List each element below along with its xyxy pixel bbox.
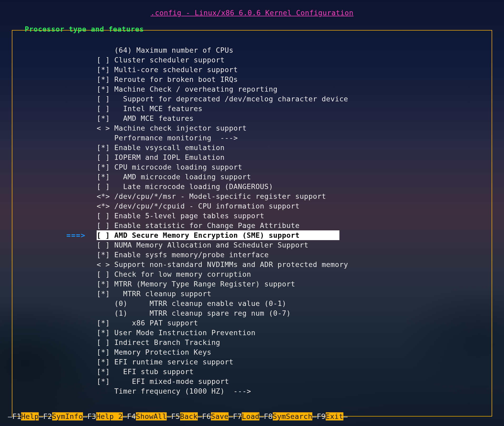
option-text: [*] AMD MCE features [97,113,194,123]
fkey-separator: – [312,412,317,420]
option-row[interactable]: [*] AMD MCE features [97,113,481,123]
fkey-separator: – [8,412,12,420]
fkey-label[interactable]: Load [242,412,259,420]
option-text: [ ] AMD Secure Memory Encryption (SME) s… [97,230,339,240]
option-row[interactable]: [*] CPU microcode loading support [97,162,481,172]
option-row[interactable]: [*] x86 PAT support [97,318,481,328]
option-text: < > Machine check injector support [97,123,247,133]
menu-frame: Processor type and features (64) Maximum… [12,30,492,417]
option-row[interactable]: (1) MTRR cleanup spare reg num (0-7) [97,308,481,318]
option-row[interactable]: [*] Machine Check / overheating reportin… [97,84,481,94]
option-text: Performance monitoring ---> [97,133,238,143]
fkey-separator: – [198,412,202,420]
option-row[interactable]: ===>[ ] AMD Secure Memory Encryption (SM… [97,230,481,240]
option-row[interactable]: [ ] Check for low memory corruption [97,269,481,279]
selection-arrow-icon: ===> [66,230,86,240]
option-text: Timer frequency (1000 HZ) ---> [97,386,251,396]
fkey-key[interactable]: F2 [43,412,52,420]
option-text: [*] Machine Check / overheating reportin… [97,84,278,94]
option-text: [ ] Enable 5-level page tables support [97,211,264,221]
option-text: [*] AMD microcode loading support [97,172,251,182]
fkey-key[interactable]: F3 [87,412,96,420]
option-row[interactable]: [ ] Late microcode loading (DANGEROUS) [97,182,481,191]
option-text: [ ] Indirect Branch Tracking [97,338,220,347]
option-row[interactable]: [ ] NUMA Memory Allocation and Scheduler… [97,240,481,250]
option-row[interactable]: [ ] IOPERM and IOPL Emulation [97,152,481,162]
fkey-label[interactable]: ShowAll [136,412,167,420]
option-list[interactable]: (64) Maximum number of CPUs[ ] Cluster s… [97,45,481,396]
option-text: [ ] NUMA Memory Allocation and Scheduler… [97,240,308,250]
option-row[interactable]: [*] MTRR cleanup support [97,289,481,299]
fkey-key[interactable]: F1 [12,412,21,420]
option-row[interactable]: <*> /dev/cpu/*/msr - Model-specific regi… [97,191,481,201]
option-row[interactable]: < > Machine check injector support [97,123,481,133]
option-text: [ ] Enable statistic for Change Page Att… [97,221,300,230]
option-text: [ ] Check for low memory corruption [97,269,251,279]
option-row[interactable]: [*] Enable sysfs memory/probe interface [97,250,481,260]
option-text: [*] EFI runtime service support [97,357,233,367]
option-row[interactable]: Timer frequency (1000 HZ) ---> [97,386,481,396]
fkey-key[interactable]: F8 [264,412,273,420]
fkey-label[interactable]: SymInfo [52,412,83,420]
option-text: [*] Reroute for broken boot IRQs [97,75,238,84]
option-text: [*] MTRR cleanup support [97,289,211,299]
option-row[interactable]: [*] EFI runtime service support [97,357,481,367]
option-text: [ ] Support for deprecated /dev/mcelog c… [97,94,348,104]
option-row[interactable]: [ ] Enable 5-level page tables support [97,211,481,221]
option-text: [ ] Cluster scheduler support [97,55,225,65]
option-text: <*> /dev/cpu/*/cpuid - CPU information s… [97,201,300,211]
option-text: [*] Memory Protection Keys [97,347,211,357]
option-row[interactable]: [ ] Intel MCE features [97,104,481,113]
fkey-label[interactable]: Back [180,412,198,420]
option-text: <*> /dev/cpu/*/msr - Model-specific regi… [97,191,326,201]
option-row[interactable]: [*] EFI stub support [97,367,481,377]
option-row[interactable]: [*] AMD microcode loading support [97,172,481,182]
option-text: [ ] Intel MCE features [97,104,202,113]
fkey-key[interactable]: F7 [233,412,242,420]
option-text: [ ] Late microcode loading (DANGEROUS) [97,182,273,191]
fkey-separator: – [167,412,171,420]
fkey-label[interactable]: Exit [326,412,343,420]
fkey-label[interactable]: Save [211,412,229,420]
option-row[interactable]: [*] MTRR (Memory Type Range Register) su… [97,279,481,289]
option-row[interactable]: [*] User Mode Instruction Prevention [97,328,481,338]
option-row[interactable]: [ ] Cluster scheduler support [97,55,481,65]
option-row[interactable]: [ ] Support for deprecated /dev/mcelog c… [97,94,481,104]
function-key-bar: –F1Help–F2SymInfo–F3Help 2–F4ShowAll–F5B… [8,412,348,421]
option-row[interactable]: [*] Enable vsyscall emulation [97,143,481,152]
option-text: [*] EFI stub support [97,367,194,377]
fkey-label[interactable]: Help 2 [96,412,123,420]
fkey-separator: – [259,412,264,420]
option-text: [*] Enable sysfs memory/probe interface [97,250,269,260]
option-row[interactable]: [ ] Indirect Branch Tracking [97,338,481,347]
fkey-separator: – [229,412,233,420]
option-text: < > Support non-standard NVDIMMs and ADR… [97,260,348,269]
section-heading: Processor type and features [17,24,151,34]
option-text: [ ] IOPERM and IOPL Emulation [97,152,225,162]
option-text: [*] EFI mixed-mode support [97,377,229,386]
option-row[interactable]: [*] Multi-core scheduler support [97,65,481,75]
fkey-separator: – [123,412,127,420]
option-row[interactable]: (64) Maximum number of CPUs [97,45,481,55]
option-row[interactable]: [*] EFI mixed-mode support [97,377,481,386]
option-row[interactable]: (0) MTRR cleanup enable value (0-1) [97,299,481,308]
fkey-key[interactable]: F4 [127,412,136,420]
fkey-separator: – [343,412,348,420]
option-row[interactable]: [*] Reroute for broken boot IRQs [97,75,481,84]
option-text: [*] Multi-core scheduler support [97,65,238,75]
option-text: [*] x86 PAT support [97,318,198,328]
fkey-key[interactable]: F5 [171,412,180,420]
option-row[interactable]: Performance monitoring ---> [97,133,481,143]
option-row[interactable]: [ ] Enable statistic for Change Page Att… [97,221,481,230]
config-title: .config - Linux/x86 6.0.6 Kernel Configu… [0,8,504,18]
option-row[interactable]: [*] Memory Protection Keys [97,347,481,357]
fkey-key[interactable]: F6 [202,412,211,420]
option-text: (1) MTRR cleanup spare reg num (0-7) [97,308,291,318]
option-text: [*] User Mode Instruction Prevention [97,328,255,338]
option-row[interactable]: <*> /dev/cpu/*/cpuid - CPU information s… [97,201,481,211]
fkey-key[interactable]: F9 [317,412,326,420]
fkey-label[interactable]: SymSearch [273,412,313,420]
fkey-separator: – [39,412,43,420]
fkey-label[interactable]: Help [21,412,39,420]
option-row[interactable]: < > Support non-standard NVDIMMs and ADR… [97,260,481,269]
